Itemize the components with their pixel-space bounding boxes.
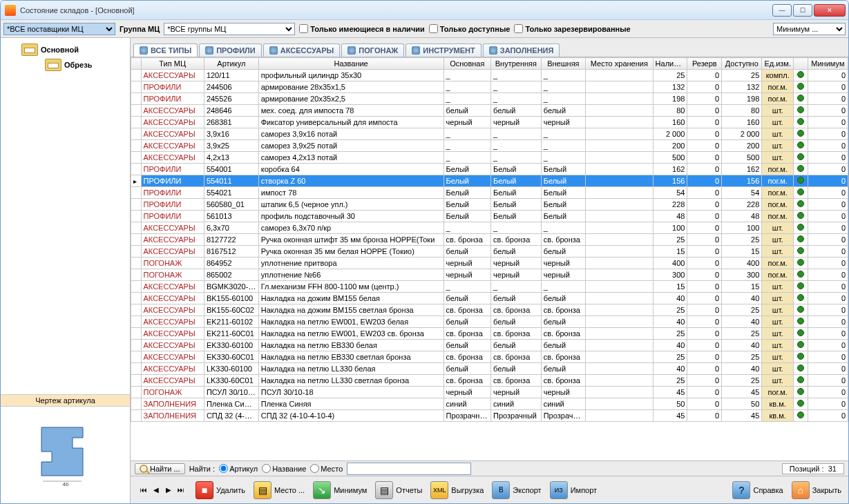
- column-header[interactable]: Место хранения: [586, 58, 654, 70]
- import-icon: ИЗ: [550, 481, 568, 499]
- search-icon: [140, 465, 148, 473]
- window-title: Состояние складов - [Основной]: [20, 6, 772, 14]
- column-header[interactable]: Тип МЦ: [141, 58, 204, 70]
- column-header[interactable]: Минимум: [808, 58, 848, 70]
- column-header[interactable]: Внутренняя: [491, 58, 542, 70]
- reports-icon: ▤: [375, 481, 393, 499]
- column-header[interactable]: [794, 58, 808, 70]
- only-in-stock-checkbox[interactable]: Только имеющиеся в наличии: [299, 24, 425, 33]
- table-row[interactable]: АКСЕССУАРЫ120/11профильный цилиндр 35х30…: [131, 70, 848, 81]
- search-bar: Найти ... Найти : Артикул Название Место…: [131, 461, 848, 476]
- tab-инструмент[interactable]: ИНСТРУМЕНТ: [406, 43, 481, 57]
- table-row[interactable]: ПОГОНАЖ865002уплотнение №66черныйчерныйч…: [131, 269, 848, 281]
- delete-button[interactable]: ■Удалить: [195, 481, 245, 499]
- minimize-button[interactable]: —: [772, 4, 792, 17]
- svg-text:46: 46: [62, 481, 68, 487]
- export-xml-button[interactable]: XMLВыгрузка: [430, 481, 484, 499]
- column-header[interactable]: Название: [258, 58, 443, 70]
- table-row[interactable]: АКСЕССУАРЫ248646мех. соед. для импоста 7…: [131, 105, 848, 117]
- minimum-filter-select[interactable]: Минимум ...: [773, 23, 846, 35]
- table-row[interactable]: ПРОФИЛИ554021импост 78БелыйБелыйБелый540…: [131, 187, 848, 199]
- export-button[interactable]: ВЭкспорт: [492, 481, 541, 499]
- delete-icon: ■: [195, 481, 213, 499]
- table-row[interactable]: АКСЕССУАРЫLK330-60100Накладка на петлю L…: [131, 363, 848, 375]
- table-row[interactable]: АКСЕССУАРЫBK155-60C02Накладка на дожим B…: [131, 304, 848, 316]
- tab-погонаж[interactable]: ПОГОНАЖ: [341, 43, 404, 57]
- column-header[interactable]: Наличие: [653, 58, 687, 70]
- column-header[interactable]: Доступно: [722, 58, 762, 70]
- table-row[interactable]: ПРОФИЛИ245526армирование 20х35х2,5___198…: [131, 93, 848, 105]
- close-button[interactable]: ✕: [814, 4, 846, 17]
- table-row[interactable]: АКСЕССУАРЫLK330-60C01Накладка на петлю L…: [131, 375, 848, 387]
- table-row[interactable]: АКСЕССУАРЫEK211-60102Накладка на петлю E…: [131, 316, 848, 328]
- table-row[interactable]: АКСЕССУАРЫ268381Фиксатор универсальный д…: [131, 117, 848, 128]
- table-row[interactable]: АКСЕССУАРЫ3,9х16саморез 3,9х16 потай___2…: [131, 128, 848, 140]
- close-app-button[interactable]: ⌂Закрыть: [792, 481, 841, 499]
- column-header[interactable]: Артикул: [204, 58, 258, 70]
- search-input[interactable]: [347, 463, 471, 475]
- export-icon: В: [492, 481, 510, 499]
- tab-icon: [269, 46, 278, 55]
- search-by-article[interactable]: Артикул: [219, 464, 258, 473]
- import-button[interactable]: ИЗИмпорт: [550, 481, 597, 499]
- table-row[interactable]: ЗАПОЛНЕНИЯПленка СиняяПленка Синяясинийс…: [131, 398, 848, 410]
- tree-item-main[interactable]: Основной: [3, 42, 127, 57]
- search-by-name[interactable]: Название: [262, 464, 306, 473]
- table-row[interactable]: ЗАПОЛНЕНИЯСПД 32 (4-10-4СПД 32 (4-10-4-1…: [131, 410, 848, 422]
- table-row[interactable]: ПРОФИЛИ244506армирование 28х35х1,5___132…: [131, 81, 848, 93]
- nav-first[interactable]: ⏮: [137, 484, 150, 496]
- column-header[interactable]: Резерв: [687, 58, 722, 70]
- grid[interactable]: Тип МЦАртикулНазваниеОсновнаяВнутренняяВ…: [131, 57, 848, 461]
- folder-icon: [21, 43, 38, 56]
- supplier-select[interactable]: *ВСЕ поставщики МЦ: [3, 23, 115, 35]
- toolbar: ⏮ ◀ ▶ ⏭ ■Удалить ▤Место ... ↘Минимум ▤От…: [131, 476, 848, 503]
- tree-item-label: Обрезь: [64, 61, 92, 69]
- nav-last[interactable]: ⏭: [175, 484, 187, 496]
- group-select[interactable]: *ВСЕ группы МЦ: [164, 23, 295, 35]
- table-row[interactable]: АКСЕССУАРЫ6,3х70саморез 6,3х70 п/кр___10…: [131, 222, 848, 234]
- table-row[interactable]: ПРОФИЛИ561013профиль подставочный 30Белы…: [131, 211, 848, 222]
- table-row[interactable]: АКСЕССУАРЫEK330-60100Накладка на петлю E…: [131, 340, 848, 351]
- nav-next[interactable]: ▶: [162, 484, 175, 496]
- table-row[interactable]: АКСЕССУАРЫ8167512Ручка оконная 35 мм бел…: [131, 246, 848, 258]
- tab-все-типы[interactable]: ВСЕ ТИПЫ: [133, 43, 198, 57]
- place-icon: ▤: [254, 481, 271, 499]
- table-row[interactable]: АКСЕССУАРЫBGMK3020-100Гл.механизм FFH 80…: [131, 281, 848, 293]
- table-row[interactable]: ПОГОНАЖПСУЛ 30/10-18ПСУЛ 30/10-18черныйч…: [131, 387, 848, 398]
- table-row[interactable]: ПОГОНАЖ864952уплотнение притворачерныйче…: [131, 258, 848, 269]
- help-icon: ?: [732, 481, 750, 499]
- maximize-button[interactable]: ☐: [793, 4, 812, 17]
- table-row[interactable]: АКСЕССУАРЫ4,2х13саморез 4,2х13 потай___5…: [131, 152, 848, 164]
- column-header[interactable]: Основная: [443, 58, 491, 70]
- column-header[interactable]: Внешняя: [541, 58, 585, 70]
- column-header[interactable]: [131, 58, 142, 70]
- table-row[interactable]: ПРОФИЛИ554001коробка 64БелыйБелыйБелый16…: [131, 164, 848, 175]
- minimum-button[interactable]: ↘Минимум: [313, 481, 367, 499]
- table-row[interactable]: АКСЕССУАРЫEK211-60C01Накладка на петлю E…: [131, 328, 848, 340]
- table-row[interactable]: ПРОФИЛИ560580_01штапик 6,5 (черное упл.)…: [131, 199, 848, 211]
- reports-button[interactable]: ▤Отчеты: [375, 481, 422, 499]
- table-row[interactable]: АКСЕССУАРЫ3,9х25саморез 3,9х25 потай___2…: [131, 140, 848, 152]
- search-by-place[interactable]: Место: [310, 464, 343, 473]
- tab-заполнения[interactable]: ЗАПОЛНЕНИЯ: [483, 43, 560, 57]
- tab-аксессуары[interactable]: АКСЕССУАРЫ: [263, 43, 341, 57]
- column-header[interactable]: Ед.изм.: [762, 58, 794, 70]
- find-button[interactable]: Найти ...: [135, 463, 185, 474]
- table-row[interactable]: АКСЕССУАРЫBK155-60100Накладка на дожим B…: [131, 293, 848, 304]
- table-row[interactable]: АКСЕССУАРЫEK330-60C01Накладка на петлю E…: [131, 351, 848, 363]
- folder-icon: [45, 59, 61, 71]
- table-row[interactable]: АКСЕССУАРЫ8127722Ручка оконная штифт 35 …: [131, 234, 848, 246]
- only-available-checkbox[interactable]: Только доступные: [429, 24, 511, 33]
- help-button[interactable]: ?Справка: [732, 481, 783, 499]
- only-reserved-checkbox[interactable]: Только зарезервированные: [514, 24, 630, 33]
- nav-prev[interactable]: ◀: [150, 484, 162, 496]
- place-button[interactable]: ▤Место ...: [254, 481, 305, 499]
- article-drawing: 46: [1, 407, 130, 503]
- tree-item-scrap[interactable]: Обрезь: [3, 57, 127, 72]
- tab-icon: [140, 46, 148, 55]
- tab-профили[interactable]: ПРОФИЛИ: [199, 43, 262, 57]
- xml-icon: XML: [430, 481, 448, 499]
- table-row[interactable]: ПРОФИЛИ554011створка Z 60БелыйБелыйБелый…: [131, 175, 848, 187]
- tab-icon: [347, 46, 356, 55]
- warehouse-tree: Основной Обрезь: [1, 38, 130, 394]
